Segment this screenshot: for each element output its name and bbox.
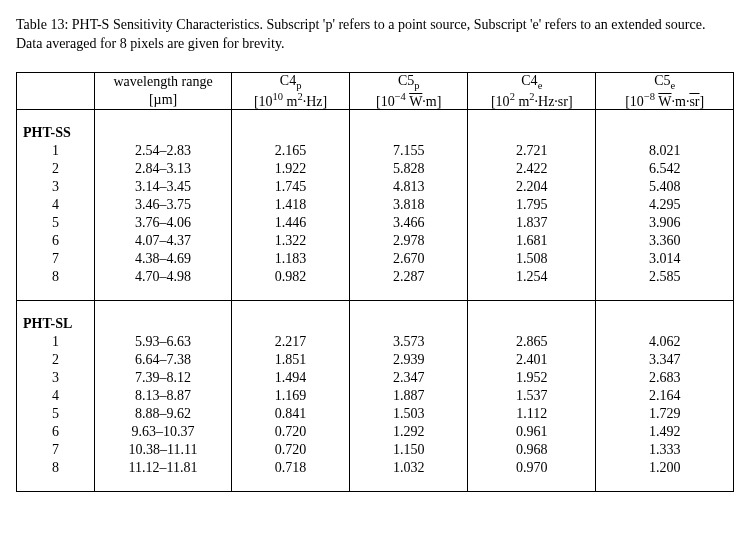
table-row: 64.07–4.371.3222.9781.6813.360 — [17, 232, 734, 250]
table-row: 15.93–6.632.2173.5732.8654.062 — [17, 333, 734, 351]
table-row: 58.88–9.620.8411.5031.1121.729 — [17, 405, 734, 423]
c4p-value: 1.183 — [231, 250, 349, 268]
c5e-value: 1.729 — [596, 405, 734, 423]
pixel-index: 7 — [17, 441, 95, 459]
wavelength-range: 2.54–2.83 — [95, 142, 232, 160]
col-c4e-unit: [102 m2·Hz·sr] — [468, 91, 596, 110]
c4p-value: 1.494 — [231, 369, 349, 387]
col-c5e-unit: [10−8 W·m·sr] — [596, 91, 734, 110]
wavelength-range: 3.46–3.75 — [95, 196, 232, 214]
c5e-value: 4.295 — [596, 196, 734, 214]
pixel-index: 8 — [17, 459, 95, 477]
c4p-value: 0.720 — [231, 423, 349, 441]
c5p-value: 3.573 — [350, 333, 468, 351]
c4p-value: 0.720 — [231, 441, 349, 459]
col-c5e: C5e — [596, 72, 734, 91]
c5e-value: 1.492 — [596, 423, 734, 441]
table-row: 84.70–4.980.9822.2871.2542.585 — [17, 268, 734, 286]
c4p-value: 1.418 — [231, 196, 349, 214]
table-row: 811.12–11.810.7181.0320.9701.200 — [17, 459, 734, 477]
c5e-value: 1.333 — [596, 441, 734, 459]
c5e-value: 3.347 — [596, 351, 734, 369]
pixel-index: 6 — [17, 232, 95, 250]
table-row: 710.38–11.110.7201.1500.9681.333 — [17, 441, 734, 459]
col-wavelength-unit: [µm] — [95, 91, 232, 110]
wavelength-range: 2.84–3.13 — [95, 160, 232, 178]
c4p-value: 1.851 — [231, 351, 349, 369]
c4e-value: 1.537 — [468, 387, 596, 405]
c5p-value: 2.939 — [350, 351, 468, 369]
c4e-value: 1.254 — [468, 268, 596, 286]
wavelength-range: 6.64–7.38 — [95, 351, 232, 369]
section-label: PHT-SS — [17, 124, 95, 142]
wavelength-range: 11.12–11.81 — [95, 459, 232, 477]
c5e-value: 1.200 — [596, 459, 734, 477]
c5e-value: 3.014 — [596, 250, 734, 268]
col-wavelength: wavelength range — [95, 72, 232, 91]
wavelength-range: 4.38–4.69 — [95, 250, 232, 268]
pixel-index: 5 — [17, 214, 95, 232]
c4e-value: 1.681 — [468, 232, 596, 250]
section-row: PHT-SS — [17, 124, 734, 142]
col-blank — [17, 72, 95, 91]
c5e-value: 8.021 — [596, 142, 734, 160]
c4e-value: 1.508 — [468, 250, 596, 268]
header-row-1: wavelength range C4p C5p C4e C5e — [17, 72, 734, 91]
pixel-index: 3 — [17, 369, 95, 387]
c5e-value: 4.062 — [596, 333, 734, 351]
section-label: PHT-SL — [17, 315, 95, 333]
wavelength-range: 4.07–4.37 — [95, 232, 232, 250]
c4e-value: 2.204 — [468, 178, 596, 196]
c5p-value: 1.292 — [350, 423, 468, 441]
c4p-value: 0.841 — [231, 405, 349, 423]
pixel-index: 6 — [17, 423, 95, 441]
table-row: 53.76–4.061.4463.4661.8373.906 — [17, 214, 734, 232]
wavelength-range: 9.63–10.37 — [95, 423, 232, 441]
table-row: 69.63–10.370.7201.2920.9611.492 — [17, 423, 734, 441]
c4p-value: 1.446 — [231, 214, 349, 232]
c5p-value: 1.150 — [350, 441, 468, 459]
col-blank-unit — [17, 91, 95, 110]
pixel-index: 5 — [17, 405, 95, 423]
pixel-index: 2 — [17, 160, 95, 178]
col-c4e: C4e — [468, 72, 596, 91]
c4e-value: 1.952 — [468, 369, 596, 387]
c4p-value: 1.922 — [231, 160, 349, 178]
c5e-value: 6.542 — [596, 160, 734, 178]
c4p-value: 2.217 — [231, 333, 349, 351]
c5e-value: 3.906 — [596, 214, 734, 232]
c4e-value: 1.837 — [468, 214, 596, 232]
c5p-value: 2.670 — [350, 250, 468, 268]
table-row: 37.39–8.121.4942.3471.9522.683 — [17, 369, 734, 387]
table-row: 26.64–7.381.8512.9392.4013.347 — [17, 351, 734, 369]
c5p-value: 4.813 — [350, 178, 468, 196]
header-row-2: [µm] [1010 m2·Hz] [10−4 W·m] [102 m2·Hz·… — [17, 91, 734, 110]
col-c4p: C4p — [231, 72, 349, 91]
pixel-index: 1 — [17, 142, 95, 160]
wavelength-range: 4.70–4.98 — [95, 268, 232, 286]
c4p-value: 2.165 — [231, 142, 349, 160]
c5p-value: 3.818 — [350, 196, 468, 214]
c4p-value: 0.982 — [231, 268, 349, 286]
c4p-value: 0.718 — [231, 459, 349, 477]
wavelength-range: 5.93–6.63 — [95, 333, 232, 351]
table-row: 43.46–3.751.4183.8181.7954.295 — [17, 196, 734, 214]
c5p-value: 1.503 — [350, 405, 468, 423]
c4e-value: 0.970 — [468, 459, 596, 477]
c5e-value: 3.360 — [596, 232, 734, 250]
col-c5p: C5p — [350, 72, 468, 91]
c4e-value: 1.112 — [468, 405, 596, 423]
c4p-value: 1.322 — [231, 232, 349, 250]
col-c4p-unit: [1010 m2·Hz] — [231, 91, 349, 110]
sensitivity-table: wavelength range C4p C5p C4e C5e [µm] [1… — [16, 72, 734, 493]
c5p-value: 2.978 — [350, 232, 468, 250]
pixel-index: 7 — [17, 250, 95, 268]
table-row: 12.54–2.832.1657.1552.7218.021 — [17, 142, 734, 160]
c5e-value: 2.585 — [596, 268, 734, 286]
c5e-value: 2.164 — [596, 387, 734, 405]
c4e-value: 1.795 — [468, 196, 596, 214]
c5e-value: 5.408 — [596, 178, 734, 196]
wavelength-range: 8.13–8.87 — [95, 387, 232, 405]
table-caption: Table 13: PHT-S Sensitivity Characterist… — [16, 16, 734, 54]
pixel-index: 4 — [17, 387, 95, 405]
